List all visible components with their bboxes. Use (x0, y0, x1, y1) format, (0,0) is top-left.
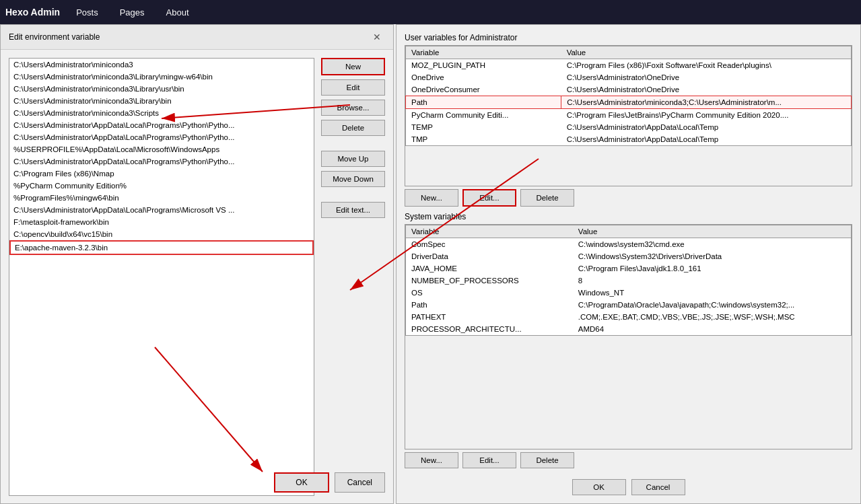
system-table-row[interactable]: PATHEXT.COM;.EXE;.BAT;.CMD;.VBS;.VBE;.JS… (406, 311, 852, 323)
path-list-item[interactable]: C:\Users\Administrator\AppData\Local\Pro… (9, 131, 314, 143)
edit-text-button[interactable]: Edit text... (321, 202, 385, 218)
main-area: Edit environment variable ✕ C:\Users\Adm… (0, 24, 861, 504)
sys-var-name: PROCESSOR_ARCHITECTU... (406, 323, 573, 336)
sys-var-value: Windows_NT (573, 287, 852, 299)
user-var-name: TMP (406, 133, 561, 146)
system-edit-button[interactable]: Edit... (462, 452, 516, 468)
right-cancel-button[interactable]: Cancel (631, 479, 685, 495)
user-table-row[interactable]: OneDriveConsumerC:\Users\Administrator\O… (406, 83, 852, 96)
path-list-item[interactable]: C:\Users\Administrator\miniconda3\Script… (9, 107, 314, 119)
system-table-row[interactable]: DriverDataC:\Windows\System32\Drivers\Dr… (406, 250, 852, 262)
user-variables-table: Variable Value MOZ_PLUGIN_PATHC:\Program… (405, 46, 852, 146)
user-col-variable: Variable (406, 46, 561, 59)
nav-pages[interactable]: Pages (114, 5, 150, 20)
path-list-item[interactable]: %USERPROFILE%\AppData\Local\Microsoft\Wi… (9, 143, 314, 155)
sys-var-name: ComSpec (406, 238, 573, 251)
user-var-value: C:\Users\Administrator\OneDrive (561, 71, 852, 83)
nav-about[interactable]: About (161, 5, 195, 20)
path-list-item[interactable]: C:\Users\Administrator\AppData\Local\Pro… (9, 119, 314, 131)
right-bottom-buttons: OK Cancel (405, 474, 852, 495)
sys-var-name: JAVA_HOME (406, 262, 573, 275)
path-list-item[interactable]: C:\Program Files (x86)\Nmap (9, 168, 314, 180)
user-table-row[interactable]: MOZ_PLUGIN_PATHC:\Program Files (x86)\Fo… (406, 59, 852, 72)
sys-var-value: C:\ProgramData\Oracle\Java\javapath;C:\w… (573, 299, 852, 311)
delete-button[interactable]: Delete (321, 120, 385, 136)
system-delete-button[interactable]: Delete (520, 452, 574, 468)
path-list-item[interactable]: C:\Users\Administrator\miniconda3\Librar… (9, 83, 314, 95)
topbar: Hexo Admin Posts Pages About (0, 0, 861, 24)
sys-col-variable: Variable (406, 225, 573, 238)
user-edit-button[interactable]: Edit... (462, 189, 516, 207)
user-table-row[interactable]: TEMPC:\Users\Administrator\AppData\Local… (406, 121, 852, 133)
brand-label: Hexo Admin (5, 7, 60, 17)
move-up-button[interactable]: Move Up (321, 151, 385, 167)
user-section-title: User variables for Administrator (405, 33, 852, 42)
system-table-buttons: New... Edit... Delete (405, 452, 852, 468)
user-table-row[interactable]: PyCharm Community Editi...C:\Program Fil… (406, 109, 852, 122)
system-table-row[interactable]: PROCESSOR_ARCHITECTU...AMD64 (406, 323, 852, 336)
user-table-row[interactable]: OneDriveC:\Users\Administrator\OneDrive (406, 71, 852, 83)
edit-button[interactable]: Edit (321, 79, 385, 96)
ok-button[interactable]: OK (274, 472, 329, 493)
dialog-bottom-buttons: OK Cancel (9, 472, 385, 493)
sys-var-name: PATHEXT (406, 311, 573, 323)
user-table-container: Variable Value MOZ_PLUGIN_PATHC:\Program… (405, 45, 852, 186)
user-var-name: TEMP (406, 121, 561, 133)
path-list-item[interactable]: C:\opencv\build\x64\vc15\bin (9, 228, 314, 240)
user-var-value: C:\Users\Administrator\AppData\Local\Tem… (561, 121, 852, 133)
right-ok-button[interactable]: OK (572, 479, 626, 495)
user-var-value: C:\Users\Administrator\miniconda3;C:\Use… (561, 96, 852, 109)
sys-var-value: C:\windows\system32\cmd.exe (573, 238, 852, 251)
user-var-name: Path (406, 96, 561, 109)
user-table-row[interactable]: TMPC:\Users\Administrator\AppData\Local\… (406, 133, 852, 146)
system-table-body: ComSpecC:\windows\system32\cmd.exeDriver… (406, 238, 852, 336)
system-table-row[interactable]: OSWindows_NT (406, 287, 852, 299)
user-delete-button[interactable]: Delete (520, 189, 574, 207)
system-table-row[interactable]: JAVA_HOMEC:\Program Files\Java\jdk1.8.0_… (406, 262, 852, 275)
sys-var-name: DriverData (406, 250, 573, 262)
path-list-item[interactable]: E:\apache-maven-3.2.3\bin (9, 240, 314, 255)
move-down-button[interactable]: Move Down (321, 171, 385, 187)
user-table-buttons: New... Edit... Delete (405, 189, 852, 207)
browse-button[interactable]: Browse... (321, 100, 385, 116)
user-variables-section: User variables for Administrator Variabl… (405, 33, 852, 207)
sys-var-value: C:\Program Files\Java\jdk1.8.0_161 (573, 262, 852, 275)
system-variables-section: System variables Variable Value ComSpecC… (405, 212, 852, 468)
sys-var-name: NUMBER_OF_PROCESSORS (406, 275, 573, 287)
dialog-title: Edit environment variable (9, 32, 100, 42)
user-table-body: MOZ_PLUGIN_PATHC:\Program Files (x86)\Fo… (406, 59, 852, 146)
user-table-row[interactable]: PathC:\Users\Administrator\miniconda3;C:… (406, 96, 852, 109)
dialog-right-buttons: New Edit Browse... Delete Move Up Move D… (321, 58, 385, 496)
path-list-item[interactable]: %PyCharm Community Edition% (9, 180, 314, 192)
path-list-item[interactable]: %ProgramFiles%\mingw64\bin (9, 192, 314, 204)
sys-var-value: C:\Windows\System32\Drivers\DriverData (573, 250, 852, 262)
system-new-button[interactable]: New... (405, 452, 458, 468)
sys-var-value: .COM;.EXE;.BAT;.CMD;.VBS;.VBE;.JS;.JSE;.… (573, 311, 852, 323)
system-table-row[interactable]: PathC:\ProgramData\Oracle\Java\javapath;… (406, 299, 852, 311)
user-var-name: PyCharm Community Editi... (406, 109, 561, 122)
sys-col-value: Value (573, 225, 852, 238)
system-table-row[interactable]: ComSpecC:\windows\system32\cmd.exe (406, 238, 852, 251)
user-var-name: OneDrive (406, 71, 561, 83)
cancel-button[interactable]: Cancel (335, 472, 385, 493)
path-list-item[interactable]: C:\Users\Administrator\miniconda3 (9, 59, 314, 71)
user-var-value: C:\Program Files\JetBrains\PyCharm Commu… (561, 109, 852, 122)
path-list-item[interactable]: C:\Users\Administrator\AppData\Local\Pro… (9, 204, 314, 216)
path-listbox[interactable]: C:\Users\Administrator\miniconda3C:\User… (9, 58, 314, 496)
dialog-close-button[interactable]: ✕ (369, 30, 385, 44)
system-variables-table: Variable Value ComSpecC:\windows\system3… (405, 225, 852, 336)
path-list-item[interactable]: F:\metasploit-framework\bin (9, 216, 314, 228)
user-var-value: C:\Users\Administrator\AppData\Local\Tem… (561, 133, 852, 146)
path-list-item[interactable]: C:\Users\Administrator\AppData\Local\Pro… (9, 155, 314, 168)
user-new-button[interactable]: New... (405, 189, 458, 207)
system-table-row[interactable]: NUMBER_OF_PROCESSORS8 (406, 275, 852, 287)
path-list-item[interactable]: C:\Users\Administrator\miniconda3\Librar… (9, 95, 314, 107)
user-var-name: OneDriveConsumer (406, 83, 561, 96)
path-list-item[interactable]: C:\Users\Administrator\miniconda3\Librar… (9, 71, 314, 83)
new-button[interactable]: New (321, 58, 385, 75)
sys-var-value: AMD64 (573, 323, 852, 336)
sys-var-name: Path (406, 299, 573, 311)
nav-posts[interactable]: Posts (71, 5, 104, 20)
sys-var-value: 8 (573, 275, 852, 287)
sys-var-name: OS (406, 287, 573, 299)
